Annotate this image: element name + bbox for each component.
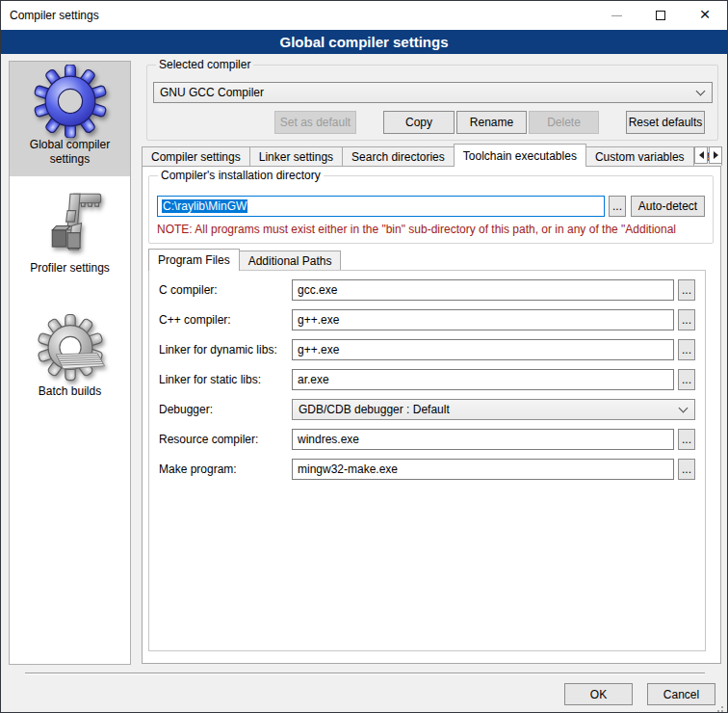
reset-defaults-button[interactable]: Reset defaults bbox=[626, 111, 705, 134]
tab-compiler-settings[interactable]: Compiler settings bbox=[142, 146, 250, 166]
sidebar-item-profiler-settings[interactable]: Profiler settings bbox=[10, 176, 130, 292]
sidebar-item-batch-builds[interactable]: Batch builds bbox=[10, 292, 130, 407]
set-as-default-button[interactable]: Set as default bbox=[274, 111, 356, 134]
sidebar-item-label: Global compiler settings bbox=[10, 138, 130, 174]
field-row-dynamic-linker: Linker for dynamic libs: ... bbox=[159, 339, 695, 360]
tab-toolchain-executables[interactable]: Toolchain executables bbox=[454, 144, 586, 167]
debugger-select[interactable]: GDB/CDB debugger : Default bbox=[292, 399, 695, 420]
browse-static-linker-button[interactable]: ... bbox=[678, 369, 695, 390]
window-title: Compiler settings bbox=[1, 9, 99, 22]
browse-cpp-compiler-button[interactable]: ... bbox=[678, 309, 695, 330]
subtab-additional-paths[interactable]: Additional Paths bbox=[239, 251, 342, 270]
installation-directory-group: Compiler's installation directory C:\ray… bbox=[148, 175, 714, 244]
rename-button[interactable]: Rename bbox=[456, 111, 527, 134]
browse-resource-compiler-button[interactable]: ... bbox=[678, 429, 695, 450]
tab-scroll-left-button[interactable] bbox=[694, 146, 708, 164]
field-row-static-linker: Linker for static libs: ... bbox=[159, 369, 695, 390]
close-icon: × bbox=[699, 10, 710, 19]
close-button[interactable]: × bbox=[683, 1, 727, 30]
selected-compiler-group: Selected compiler GNU GCC Compiler Set a… bbox=[146, 65, 718, 141]
browse-directory-button[interactable]: ... bbox=[609, 196, 626, 217]
compiler-actions: Set as default Copy Rename Delete Reset … bbox=[153, 111, 713, 134]
chevron-down-icon bbox=[696, 86, 706, 95]
field-label: C compiler: bbox=[159, 283, 292, 297]
field-label: Linker for dynamic libs: bbox=[159, 343, 292, 356]
installation-directory-row: C:\raylib\MinGW ... Auto-detect bbox=[157, 196, 705, 217]
field-row-cpp-compiler: C++ compiler: ... bbox=[159, 309, 695, 330]
auto-detect-button[interactable]: Auto-detect bbox=[631, 196, 705, 217]
caption-buttons: × bbox=[594, 1, 727, 30]
arrow-right-icon bbox=[714, 151, 718, 159]
static-linker-input[interactable] bbox=[292, 369, 674, 390]
tab-search-directories[interactable]: Search directories bbox=[342, 146, 455, 166]
sidebar-item-label: Batch builds bbox=[35, 384, 105, 407]
compiler-settings-dialog: Compiler settings × Global compiler sett… bbox=[0, 0, 728, 713]
installation-directory-group-label: Compiler's installation directory bbox=[158, 169, 324, 182]
debugger-select-value: GDB/CDB debugger : Default bbox=[299, 403, 450, 416]
maximize-button[interactable] bbox=[638, 1, 683, 30]
field-label: Debugger: bbox=[159, 403, 292, 416]
settings-tabbar: Compiler settings Linker settings Search… bbox=[142, 144, 721, 166]
bin-subdirectory-note: NOTE: All programs must exist either in … bbox=[157, 223, 711, 236]
field-row-c-compiler: C compiler: ... bbox=[159, 279, 695, 301]
caliper-icon bbox=[36, 188, 105, 261]
installation-directory-input[interactable]: C:\raylib\MinGW bbox=[157, 196, 605, 217]
page-title: Global compiler settings bbox=[1, 30, 727, 54]
make-program-input[interactable] bbox=[292, 459, 674, 480]
field-row-debugger: Debugger: GDB/CDB debugger : Default bbox=[159, 399, 695, 420]
chevron-down-icon bbox=[679, 403, 689, 412]
resource-compiler-input[interactable] bbox=[292, 429, 674, 450]
tab-custom-variables[interactable]: Custom variables bbox=[585, 146, 694, 166]
ok-button[interactable]: OK bbox=[564, 683, 633, 705]
browse-c-compiler-button[interactable]: ... bbox=[678, 279, 695, 301]
installation-directory-value: C:\raylib\MinGW bbox=[162, 199, 247, 213]
selected-compiler-group-label: Selected compiler bbox=[156, 58, 253, 71]
browse-make-program-button[interactable]: ... bbox=[678, 459, 695, 480]
field-label: Make program: bbox=[159, 462, 292, 476]
toolchain-subtabbar: Program Files Additional Paths bbox=[148, 249, 340, 270]
copy-button[interactable]: Copy bbox=[383, 111, 455, 134]
field-row-resource-compiler: Resource compiler: ... bbox=[159, 429, 695, 450]
compiler-select[interactable]: GNU GCC Compiler bbox=[153, 82, 713, 103]
cpp-compiler-input[interactable] bbox=[292, 309, 674, 330]
resize-grip[interactable] bbox=[721, 706, 723, 708]
footer-separator bbox=[25, 673, 705, 674]
tab-scroll-buttons bbox=[693, 146, 722, 164]
minimize-button[interactable] bbox=[594, 1, 638, 30]
delete-button[interactable]: Delete bbox=[529, 111, 599, 134]
sidebar-item-label: Profiler settings bbox=[26, 261, 114, 283]
subtab-program-files[interactable]: Program Files bbox=[148, 249, 240, 271]
dynamic-linker-input[interactable] bbox=[292, 339, 674, 360]
field-row-make-program: Make program: ... bbox=[159, 459, 695, 480]
cancel-button[interactable]: Cancel bbox=[647, 683, 715, 705]
field-label: Linker for static libs: bbox=[159, 373, 292, 386]
sidebar-item-global-compiler-settings[interactable]: Global compiler settings bbox=[10, 62, 130, 176]
arrow-left-icon bbox=[699, 151, 704, 159]
program-files-panel: C compiler: ... C++ compiler: ... Linker… bbox=[148, 270, 706, 651]
field-label: C++ compiler: bbox=[159, 313, 292, 327]
titlebar: Compiler settings × bbox=[1, 1, 727, 30]
compiler-select-value: GNU GCC Compiler bbox=[160, 86, 264, 99]
tab-linker-settings[interactable]: Linker settings bbox=[249, 146, 343, 166]
field-label: Resource compiler: bbox=[159, 433, 292, 446]
minimize-icon bbox=[611, 15, 622, 16]
tab-scroll-right-button[interactable] bbox=[709, 146, 722, 164]
blue-gear-icon bbox=[34, 65, 107, 138]
gray-gear-stack-icon bbox=[35, 313, 106, 384]
c-compiler-input[interactable] bbox=[292, 279, 674, 301]
settings-category-list: Global compiler settings bbox=[9, 61, 131, 665]
maximize-icon bbox=[656, 11, 665, 20]
browse-dynamic-linker-button[interactable]: ... bbox=[678, 339, 695, 360]
